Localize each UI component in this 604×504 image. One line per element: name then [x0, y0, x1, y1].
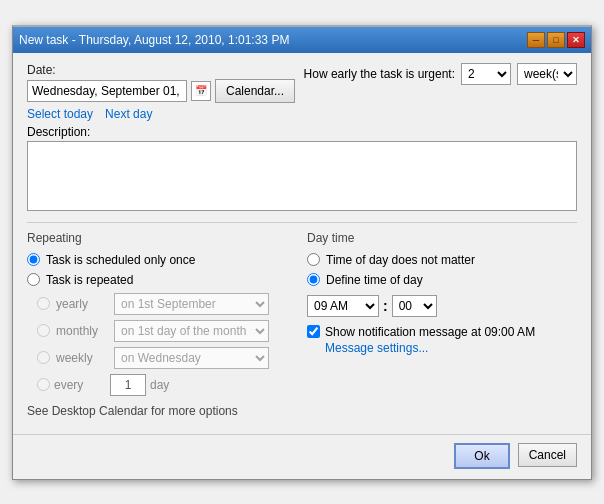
repeating-title: Repeating [27, 231, 297, 245]
message-settings-row: Message settings... [325, 341, 577, 355]
main-content: Date: 📅 Calendar... Select today Next da… [13, 53, 591, 428]
monthly-row: monthly on 1st day of the month [37, 320, 297, 342]
every-number-input[interactable] [110, 374, 146, 396]
urgency-unit[interactable]: day(s) week(s) month(s) [517, 63, 577, 85]
time-section: 09 AM : 00 05 10 15 Show notification me… [307, 295, 577, 355]
minute-select[interactable]: 00 05 10 15 [392, 295, 437, 317]
date-input-row: 📅 Calendar... [27, 79, 304, 103]
window-title: New task - Thursday, August 12, 2010, 1:… [19, 33, 289, 47]
once-radio-row: Task is scheduled only once [27, 253, 297, 267]
calendar-icon[interactable]: 📅 [191, 81, 211, 101]
urgency-number[interactable]: 1 2 3 4 [461, 63, 511, 85]
message-settings-link[interactable]: Message settings... [325, 341, 428, 355]
date-input[interactable] [27, 80, 187, 102]
cancel-button[interactable]: Cancel [518, 443, 577, 467]
every-radio[interactable] [37, 378, 50, 391]
calendar-button[interactable]: Calendar... [215, 79, 295, 103]
yearly-row: yearly on 1st September [37, 293, 297, 315]
daytime-section: Day time Time of day does not matter Def… [307, 231, 577, 418]
description-section: Description: [27, 125, 577, 214]
every-day-label: day [150, 378, 169, 392]
notify-row: Show notification message at 09:00 AM [307, 325, 577, 339]
every-label: every [54, 378, 106, 392]
description-input[interactable] [27, 141, 577, 211]
repeated-radio-row: Task is repeated [27, 273, 297, 287]
urgency-label: How early the task is urgent: [304, 67, 455, 81]
weekly-select[interactable]: on Wednesday [114, 347, 269, 369]
repeated-radio[interactable] [27, 273, 40, 286]
weekly-label: weekly [56, 351, 108, 365]
no-matter-radio[interactable] [307, 253, 320, 266]
time-row: 09 AM : 00 05 10 15 [307, 295, 577, 317]
title-bar: New task - Thursday, August 12, 2010, 1:… [13, 27, 591, 53]
select-today-link[interactable]: Select today [27, 107, 93, 121]
weekly-radio[interactable] [37, 351, 50, 364]
daytime-title: Day time [307, 231, 577, 245]
monthly-select[interactable]: on 1st day of the month [114, 320, 269, 342]
weekly-row: weekly on Wednesday [37, 347, 297, 369]
no-matter-label: Time of day does not matter [326, 253, 475, 267]
two-column-section: Repeating Task is scheduled only once Ta… [27, 231, 577, 418]
see-more-text: See Desktop Calendar for more options [27, 404, 297, 418]
description-label: Description: [27, 125, 577, 139]
main-window: New task - Thursday, August 12, 2010, 1:… [12, 25, 592, 480]
title-bar-controls: ─ □ ✕ [527, 32, 585, 48]
yearly-label: yearly [56, 297, 108, 311]
every-row: every day [37, 374, 297, 396]
urgency-section: How early the task is urgent: 1 2 3 4 da… [304, 63, 577, 85]
hour-select[interactable]: 09 AM [307, 295, 379, 317]
define-time-label: Define time of day [326, 273, 423, 287]
date-links: Select today Next day [27, 107, 304, 121]
minimize-button[interactable]: ─ [527, 32, 545, 48]
repeating-section: Repeating Task is scheduled only once Ta… [27, 231, 297, 418]
repeat-options: yearly on 1st September monthly on 1st d… [37, 293, 297, 396]
close-button[interactable]: ✕ [567, 32, 585, 48]
monthly-label: monthly [56, 324, 108, 338]
next-day-link[interactable]: Next day [105, 107, 152, 121]
date-label: Date: [27, 63, 304, 77]
monthly-radio[interactable] [37, 324, 50, 337]
date-section: Date: 📅 Calendar... Select today Next da… [27, 63, 304, 121]
define-time-radio[interactable] [307, 273, 320, 286]
maximize-button[interactable]: □ [547, 32, 565, 48]
top-section: Date: 📅 Calendar... Select today Next da… [27, 63, 577, 121]
repeated-label: Task is repeated [46, 273, 133, 287]
once-radio[interactable] [27, 253, 40, 266]
yearly-select[interactable]: on 1st September [114, 293, 269, 315]
time-colon: : [383, 298, 388, 314]
yearly-radio[interactable] [37, 297, 50, 310]
define-time-row: Define time of day [307, 273, 577, 287]
ok-button[interactable]: Ok [454, 443, 509, 469]
no-matter-row: Time of day does not matter [307, 253, 577, 267]
bottom-bar: Ok Cancel [13, 434, 591, 479]
notify-checkbox[interactable] [307, 325, 320, 338]
divider [27, 222, 577, 223]
once-label: Task is scheduled only once [46, 253, 195, 267]
notify-label: Show notification message at 09:00 AM [325, 325, 535, 339]
